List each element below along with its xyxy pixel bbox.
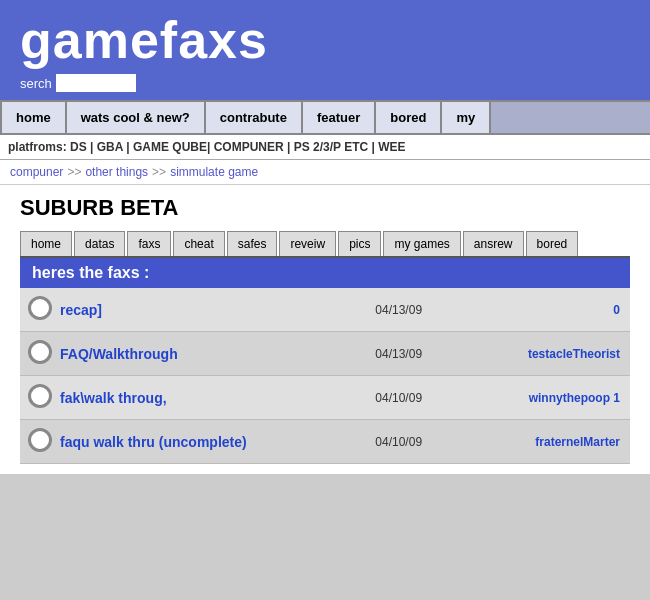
entry-icon-cell bbox=[20, 288, 56, 332]
entry-user[interactable]: winnythepoop 1 bbox=[451, 376, 630, 420]
entry-title-cell: recap] bbox=[56, 288, 346, 332]
entry-icon-cell bbox=[20, 376, 56, 420]
entry-date: 04/10/09 bbox=[346, 420, 450, 464]
entry-title-cell: fak\walk throug, bbox=[56, 376, 346, 420]
sub-nav-item-cheat[interactable]: cheat bbox=[173, 231, 224, 256]
entries-table: recap]04/13/090FAQ/Walkthrough04/13/09te… bbox=[20, 288, 630, 464]
entry-icon bbox=[28, 384, 52, 408]
entry-date: 04/13/09 bbox=[346, 332, 450, 376]
entry-icon-cell bbox=[20, 332, 56, 376]
table-row: fak\walk throug,04/10/09winnythepoop 1 bbox=[20, 376, 630, 420]
entry-title-link[interactable]: fak\walk throug, bbox=[60, 390, 167, 406]
nav-item-watscoolnew[interactable]: wats cool & new? bbox=[67, 102, 206, 133]
search-area: serch bbox=[20, 74, 630, 92]
search-input[interactable] bbox=[56, 74, 136, 92]
entry-title-cell: FAQ/Walkthrough bbox=[56, 332, 346, 376]
breadcrumb-part-1[interactable]: other things bbox=[85, 165, 148, 179]
header: gamefaxs serch bbox=[0, 0, 650, 100]
nav-item-featuer[interactable]: featuer bbox=[303, 102, 376, 133]
nav-item-bored[interactable]: bored bbox=[376, 102, 442, 133]
breadcrumb-sep: >> bbox=[152, 165, 166, 179]
entry-user[interactable]: 0 bbox=[451, 288, 630, 332]
sub-nav: homedatasfaxscheatsafesreveiwpicsmy game… bbox=[20, 231, 630, 258]
table-row: recap]04/13/090 bbox=[20, 288, 630, 332]
entry-title-link[interactable]: faqu walk thru (uncomplete) bbox=[60, 434, 247, 450]
sub-nav-item-datas[interactable]: datas bbox=[74, 231, 125, 256]
sub-nav-item-reveiw[interactable]: reveiw bbox=[279, 231, 336, 256]
breadcrumb-part-0[interactable]: compuner bbox=[10, 165, 63, 179]
sub-nav-item-safes[interactable]: safes bbox=[227, 231, 278, 256]
main-nav: homewats cool & new?contrabutefeatuerbor… bbox=[0, 100, 650, 135]
sub-nav-item-ansrew[interactable]: ansrew bbox=[463, 231, 524, 256]
sub-nav-item-faxs[interactable]: faxs bbox=[127, 231, 171, 256]
entry-user[interactable]: fraternelMarter bbox=[451, 420, 630, 464]
table-row: faqu walk thru (uncomplete)04/10/09frate… bbox=[20, 420, 630, 464]
entry-date: 04/13/09 bbox=[346, 288, 450, 332]
table-row: FAQ/Walkthrough04/13/09testacleTheorist bbox=[20, 332, 630, 376]
nav-item-contrabute[interactable]: contrabute bbox=[206, 102, 303, 133]
sub-nav-item-bored[interactable]: bored bbox=[526, 231, 579, 256]
platforms-label: platfroms: bbox=[8, 140, 67, 154]
nav-item-my[interactable]: my bbox=[442, 102, 491, 133]
sub-nav-item-home[interactable]: home bbox=[20, 231, 72, 256]
breadcrumb-part-2[interactable]: simmulate game bbox=[170, 165, 258, 179]
site-title: gamefaxs bbox=[20, 10, 630, 70]
breadcrumb: compuner>>other things>>simmulate game bbox=[0, 160, 650, 185]
entry-title-link[interactable]: recap] bbox=[60, 302, 102, 318]
entry-title-cell: faqu walk thru (uncomplete) bbox=[56, 420, 346, 464]
entry-date: 04/10/09 bbox=[346, 376, 450, 420]
entry-user[interactable]: testacleTheorist bbox=[451, 332, 630, 376]
nav-item-home[interactable]: home bbox=[0, 102, 67, 133]
entry-title-link[interactable]: FAQ/Walkthrough bbox=[60, 346, 178, 362]
entry-icon bbox=[28, 428, 52, 452]
entry-icon bbox=[28, 340, 52, 364]
page-title: SUBURB BETA bbox=[20, 195, 630, 221]
platforms-list: DS | GBA | GAME QUBE| COMPUNER | PS 2/3/… bbox=[70, 140, 406, 154]
search-label: serch bbox=[20, 76, 52, 91]
entry-icon bbox=[28, 296, 52, 320]
platforms-bar: platfroms: DS | GBA | GAME QUBE| COMPUNE… bbox=[0, 135, 650, 160]
content: SUBURB BETA homedatasfaxscheatsafesrevei… bbox=[0, 185, 650, 474]
sub-nav-item-mygames[interactable]: my games bbox=[383, 231, 460, 256]
sub-nav-item-pics[interactable]: pics bbox=[338, 231, 381, 256]
breadcrumb-sep: >> bbox=[67, 165, 81, 179]
faxs-header: heres the faxs : bbox=[20, 258, 630, 288]
entry-icon-cell bbox=[20, 420, 56, 464]
